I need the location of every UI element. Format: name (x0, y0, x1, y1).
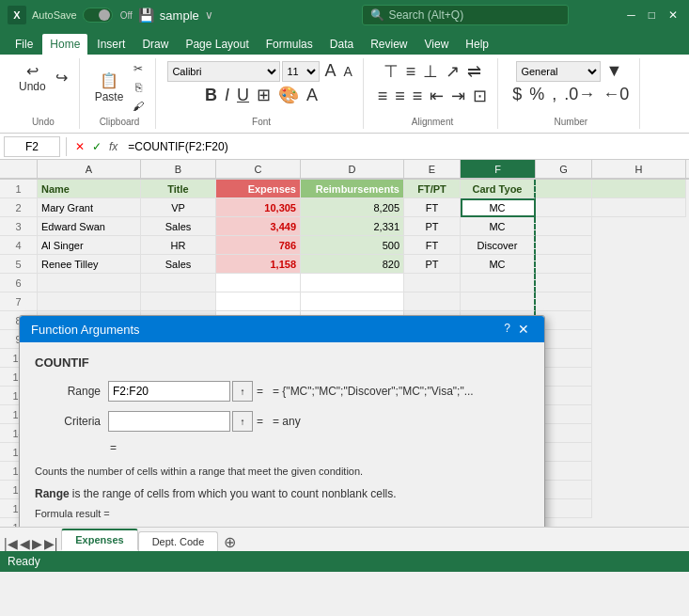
sheet-nav-next[interactable]: ▶ (32, 536, 42, 551)
dialog-range-equals: = (257, 385, 263, 398)
menu-formulas[interactable]: Formulas (258, 34, 321, 55)
menu-insert[interactable]: Insert (89, 34, 133, 55)
cancel-formula-button[interactable]: ✕ (72, 140, 87, 153)
autosave-toggle[interactable] (83, 8, 113, 23)
cell-reference-input[interactable] (4, 136, 60, 157)
align-bottom-button[interactable]: ⊥ (420, 60, 441, 83)
align-right-button[interactable]: ≡ (410, 86, 426, 107)
increase-indent-button[interactable]: ⇥ (448, 85, 468, 107)
italic-button[interactable]: I (222, 85, 232, 106)
border-button[interactable]: ⊞ (254, 84, 274, 106)
dialog-range-input[interactable] (108, 381, 230, 402)
sheet-area: A B C D E F G H I 1 Name Title Expenses … (0, 160, 689, 527)
decrease-font-button[interactable]: A (340, 63, 354, 80)
title-bar: X AutoSave Off 💾 sample ∨ 🔍 Search (Alt+… (0, 0, 689, 30)
sheet-nav-last[interactable]: ▶| (44, 536, 58, 551)
currency-button[interactable]: $ (509, 84, 525, 105)
status-bar: Ready (0, 551, 689, 572)
decrease-decimal-button[interactable]: ←0 (600, 84, 632, 105)
dialog-overlay: Function Arguments ? ✕ COUNTIF Range ↑ =… (0, 160, 689, 527)
search-bar[interactable]: 🔍 Search (Alt+Q) (362, 5, 569, 25)
increase-decimal-button[interactable]: .0→ (561, 84, 598, 105)
sheet-nav-first[interactable]: |◀ (4, 536, 18, 551)
close-button[interactable]: ✕ (665, 8, 681, 22)
dialog-range-row: Range ↑ = = {"MC";"MC";"Discover";"MC";"… (35, 381, 529, 402)
dialog-close-button[interactable]: ✕ (514, 322, 533, 337)
status-ready: Ready (8, 555, 40, 568)
clipboard-group-label: Clipboard (100, 115, 140, 127)
sheet-tab-expenses[interactable]: Expenses (61, 529, 137, 551)
number-format-select[interactable]: General (516, 61, 601, 82)
dialog-criteria-label: Criteria (35, 415, 101, 428)
menu-draw[interactable]: Draw (134, 34, 176, 55)
insert-function-button[interactable]: fx (106, 140, 120, 153)
font-size-select[interactable]: 11 (282, 61, 320, 82)
align-left-button[interactable]: ≡ (375, 86, 391, 107)
orientation-button[interactable]: ↗ (443, 60, 462, 83)
align-center-button[interactable]: ≡ (392, 86, 408, 107)
dropdown-icon[interactable]: ∨ (205, 8, 213, 22)
dialog-criteria-input[interactable] (108, 411, 230, 432)
fill-color-button[interactable]: 🎨 (275, 84, 302, 106)
number-dropdown-icon[interactable]: ▼ (603, 60, 625, 82)
bold-button[interactable]: B (202, 85, 220, 106)
ribbon-group-undo: ↩ Undo ↪ Undo (8, 58, 80, 129)
underline-button[interactable]: U (234, 85, 252, 106)
dialog-question-icon[interactable]: ? (504, 322, 510, 337)
dialog-body: COUNTIF Range ↑ = = {"MC";"MC";"Discover… (20, 342, 544, 527)
ribbon-group-alignment: ⊤ ≡ ⊥ ↗ ⇌ ≡ ≡ ≡ ⇤ ⇥ ⊡ Alignment (368, 58, 499, 129)
formula-bar: ✕ ✓ fx (0, 134, 689, 160)
sheet-nav-prev[interactable]: ◀ (20, 536, 30, 551)
ribbon: ↩ Undo ↪ Undo 📋 Paste ✂ ⎘ 🖌 (0, 55, 689, 134)
dialog-param-name: Range (35, 487, 70, 500)
alignment-group-label: Alignment (412, 115, 453, 127)
dialog-range-collapse-button[interactable]: ↑ (232, 381, 253, 402)
ribbon-group-clipboard: 📋 Paste ✂ ⎘ 🖌 Clipboard (84, 58, 157, 129)
wrap-text-button[interactable]: ⇌ (464, 60, 484, 83)
format-painter-button[interactable]: 🖌 (129, 98, 148, 115)
dialog-func-name: COUNTIF (35, 355, 529, 370)
increase-font-button[interactable]: A (321, 60, 338, 82)
tab-bar: |◀ ◀ ▶ ▶| Expenses Dept. Code ⊕ (0, 527, 689, 551)
dialog-formula-result: Formula result = (35, 508, 529, 519)
menu-home[interactable]: Home (42, 34, 87, 55)
confirm-formula-button[interactable]: ✓ (89, 140, 104, 153)
menu-view[interactable]: View (417, 34, 457, 55)
excel-logo: X (8, 6, 26, 24)
cut-button[interactable]: ✂ (129, 60, 148, 77)
percent-button[interactable]: % (526, 84, 547, 105)
number-group-label: Number (555, 115, 588, 127)
undo-button[interactable]: ↩ Undo (15, 60, 50, 95)
font-name-select[interactable]: Calibri (167, 61, 280, 82)
undo-group-label: Undo (32, 115, 55, 127)
comma-button[interactable]: , (549, 84, 559, 105)
align-middle-button[interactable]: ≡ (403, 61, 419, 83)
dialog-criteria-value: = any (273, 415, 301, 428)
filename: sample (160, 8, 199, 23)
menu-file[interactable]: File (8, 34, 40, 55)
redo-button[interactable]: ↪ (52, 67, 71, 88)
menu-bar: File Home Insert Draw Page Layout Formul… (0, 30, 689, 55)
dialog-criteria-collapse-button[interactable]: ↑ (232, 411, 253, 432)
sheet-tab-deptcode[interactable]: Dept. Code (138, 531, 219, 551)
function-arguments-dialog: Function Arguments ? ✕ COUNTIF Range ↑ =… (19, 315, 545, 527)
ribbon-group-number: General ▼ $ % , .0→ ←0 Number (502, 58, 640, 129)
save-icon[interactable]: 💾 (138, 8, 154, 23)
minimize-button[interactable]: ─ (623, 8, 639, 22)
search-icon: 🔍 (370, 8, 384, 22)
dialog-description: Counts the number of cells within a rang… (35, 464, 529, 480)
copy-button[interactable]: ⎘ (129, 79, 148, 96)
decrease-indent-button[interactable]: ⇤ (427, 85, 446, 107)
maximize-button[interactable]: □ (645, 8, 659, 22)
menu-pagelayout[interactable]: Page Layout (178, 34, 256, 55)
merge-center-button[interactable]: ⊡ (470, 85, 490, 107)
menu-data[interactable]: Data (322, 34, 361, 55)
dialog-param-text: is the range of cells from which you wan… (72, 487, 397, 500)
paste-button[interactable]: 📋 Paste (91, 70, 128, 104)
add-sheet-button[interactable]: ⊕ (218, 533, 242, 551)
menu-help[interactable]: Help (458, 34, 496, 55)
formula-input[interactable] (124, 140, 685, 153)
menu-review[interactable]: Review (363, 34, 415, 55)
align-top-button[interactable]: ⊤ (381, 60, 401, 83)
font-color-button[interactable]: A (304, 85, 321, 106)
